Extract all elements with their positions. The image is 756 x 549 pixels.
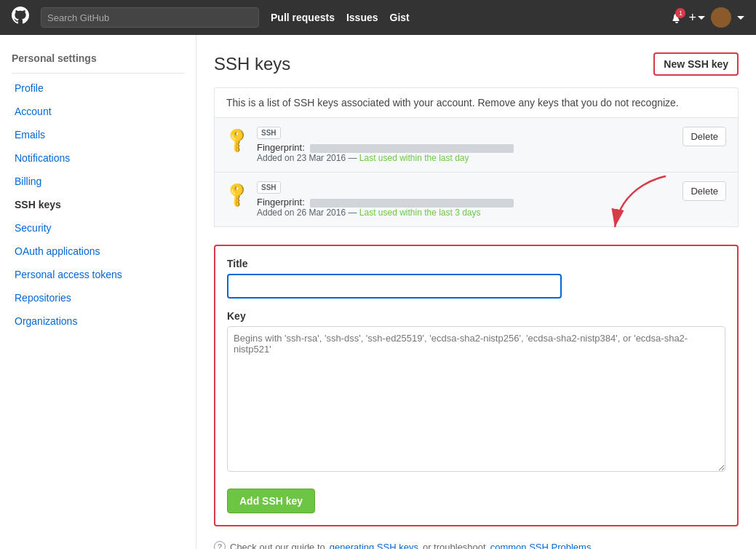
nav-issues[interactable]: Issues bbox=[346, 12, 378, 23]
sidebar-item-repositories[interactable]: Repositories bbox=[12, 286, 184, 309]
sidebar-nav: Profile Account Emails Notifications Bil… bbox=[12, 76, 184, 333]
sidebar-item-profile[interactable]: Profile bbox=[12, 76, 184, 100]
sidebar-title: Personal settings bbox=[12, 47, 184, 67]
sidebar-link-security[interactable]: Security bbox=[12, 216, 184, 240]
dash-1: — bbox=[348, 153, 359, 163]
key-textarea[interactable] bbox=[227, 326, 725, 472]
sidebar: Personal settings Profile Account Emails… bbox=[0, 35, 196, 549]
sidebar-link-billing[interactable]: Billing bbox=[12, 170, 184, 193]
new-ssh-key-button[interactable]: New SSH key bbox=[653, 52, 739, 76]
key-icon-2: 🔑 bbox=[222, 179, 252, 209]
sidebar-link-emails[interactable]: Emails bbox=[12, 123, 184, 146]
key-fingerprint-1: Fingerprint: bbox=[257, 142, 674, 153]
nav-gist[interactable]: Gist bbox=[390, 12, 410, 23]
help-icon: ? bbox=[214, 541, 226, 549]
notification-badge: 1 bbox=[675, 8, 685, 18]
footer-end-text: . bbox=[595, 542, 598, 550]
header-nav: Pull requests Issues Gist bbox=[271, 12, 659, 23]
ssh-badge-2: SSH bbox=[257, 181, 281, 194]
header-actions: 1 + bbox=[671, 7, 744, 28]
ssh-problems-link[interactable]: common SSH Problems bbox=[490, 542, 592, 550]
search-input[interactable] bbox=[41, 7, 259, 28]
notifications-button[interactable]: 1 bbox=[671, 11, 683, 24]
footer-help: ? Check out our guide to generating SSH … bbox=[214, 541, 739, 549]
key-last-used-1: Last used within the last day bbox=[359, 153, 469, 163]
key-icon-1: 🔑 bbox=[222, 125, 252, 154]
fingerprint-label-1: Fingerprint: bbox=[257, 142, 305, 153]
sidebar-item-security[interactable]: Security bbox=[12, 216, 184, 240]
sidebar-link-organizations[interactable]: Organizations bbox=[12, 309, 184, 333]
sidebar-item-billing[interactable]: Billing bbox=[12, 170, 184, 193]
sidebar-link-oauth[interactable]: OAuth applications bbox=[12, 240, 184, 263]
fingerprint-value-1 bbox=[310, 144, 514, 153]
header: Pull requests Issues Gist 1 + bbox=[0, 0, 756, 35]
sidebar-item-emails[interactable]: Emails bbox=[12, 123, 184, 146]
page-title: SSH keys bbox=[214, 54, 290, 74]
key-label: Key bbox=[227, 310, 725, 322]
key-name-row-2: SSH bbox=[257, 181, 674, 194]
page-layout: Personal settings Profile Account Emails… bbox=[0, 35, 756, 549]
key-last-used-2: Last used within the last 3 days bbox=[359, 208, 481, 218]
sidebar-link-ssh-keys[interactable]: SSH keys bbox=[12, 193, 184, 216]
delete-key-button-2[interactable]: Delete bbox=[683, 181, 726, 201]
ssh-key-item-2: 🔑 SSH Fingerprint: Added on 26 Mar 2016 … bbox=[214, 173, 739, 227]
sidebar-item-account[interactable]: Account bbox=[12, 100, 184, 123]
search-box bbox=[41, 7, 259, 28]
sidebar-item-organizations[interactable]: Organizations bbox=[12, 309, 184, 333]
sidebar-divider bbox=[12, 73, 184, 74]
dash-2: — bbox=[348, 208, 359, 218]
nav-pull-requests[interactable]: Pull requests bbox=[271, 12, 335, 23]
title-input[interactable] bbox=[227, 274, 562, 299]
key-date-2: Added on 26 Mar 2016 bbox=[257, 208, 346, 218]
footer-help-text: Check out our guide to bbox=[230, 542, 325, 550]
sidebar-item-tokens[interactable]: Personal access tokens bbox=[12, 263, 184, 286]
delete-key-button-1[interactable]: Delete bbox=[683, 127, 726, 146]
sidebar-item-ssh-keys[interactable]: SSH keys bbox=[12, 193, 184, 216]
ssh-description: This is a list of SSH keys associated wi… bbox=[214, 87, 739, 117]
ssh-badge-1: SSH bbox=[257, 127, 281, 139]
key-fingerprint-2: Fingerprint: bbox=[257, 197, 674, 208]
key-date-1: Added on 23 Mar 2016 bbox=[257, 153, 346, 163]
key-info-2: SSH Fingerprint: Added on 26 Mar 2016 — … bbox=[257, 181, 674, 218]
ssh-keys-header: SSH keys New SSH key bbox=[214, 52, 739, 76]
add-ssh-key-button[interactable]: Add SSH key bbox=[227, 489, 315, 513]
avatar-chevron-icon bbox=[737, 14, 744, 21]
sidebar-link-profile[interactable]: Profile bbox=[12, 76, 184, 100]
sidebar-item-oauth[interactable]: OAuth applications bbox=[12, 240, 184, 263]
key-name-row-1: SSH bbox=[257, 127, 674, 139]
github-logo[interactable] bbox=[12, 7, 29, 28]
main-content: SSH keys New SSH key This is a list of S… bbox=[196, 35, 756, 549]
sidebar-link-tokens[interactable]: Personal access tokens bbox=[12, 263, 184, 286]
add-ssh-form: Title Key Add SSH key bbox=[214, 245, 739, 526]
plus-icon: + bbox=[688, 10, 696, 25]
key-meta-2: Added on 26 Mar 2016 — Last used within … bbox=[257, 208, 674, 218]
footer-middle-text: or troubleshoot bbox=[423, 542, 486, 550]
sidebar-item-notifications[interactable]: Notifications bbox=[12, 146, 184, 170]
fingerprint-value-2 bbox=[310, 199, 514, 208]
title-label: Title bbox=[227, 258, 725, 269]
ssh-key-item-1: 🔑 SSH Fingerprint: Added on 23 Mar 2016 … bbox=[214, 117, 739, 173]
avatar[interactable] bbox=[711, 7, 731, 28]
generating-ssh-keys-link[interactable]: generating SSH keys bbox=[330, 542, 418, 550]
sidebar-link-notifications[interactable]: Notifications bbox=[12, 146, 184, 170]
sidebar-link-account[interactable]: Account bbox=[12, 100, 184, 123]
key-info-1: SSH Fingerprint: Added on 23 Mar 2016 — … bbox=[257, 127, 674, 163]
key-meta-1: Added on 23 Mar 2016 — Last used within … bbox=[257, 153, 674, 163]
new-item-button[interactable]: + bbox=[688, 10, 705, 25]
sidebar-link-repositories[interactable]: Repositories bbox=[12, 286, 184, 309]
fingerprint-label-2: Fingerprint: bbox=[257, 197, 305, 208]
title-form-group: Title bbox=[227, 258, 725, 299]
key-form-group: Key bbox=[227, 310, 725, 474]
